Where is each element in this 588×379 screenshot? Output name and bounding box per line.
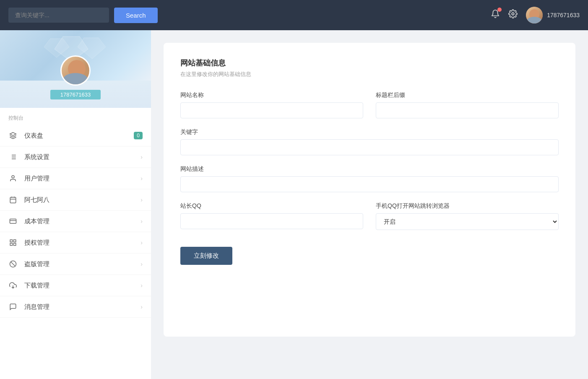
svg-rect-20 xyxy=(14,243,16,246)
sidebar-item-label: 成本管理 xyxy=(24,217,134,225)
site-name-input[interactable] xyxy=(180,102,363,118)
gear-icon xyxy=(508,9,518,21)
title-suffix-input[interactable] xyxy=(376,102,559,118)
form-row-4: 站长QQ 手机QQ打开网站跳转浏览器 开启 关闭 xyxy=(180,202,559,230)
sidebar-item-piracy-management[interactable]: 盗版管理 › xyxy=(0,254,151,275)
chevron-right-icon: › xyxy=(140,261,143,267)
description-label: 网站描述 xyxy=(180,165,559,173)
svg-point-0 xyxy=(512,13,514,15)
sidebar-item-label: 仪表盘 xyxy=(24,132,127,140)
list-icon xyxy=(8,152,18,162)
webmaster-qq-input[interactable] xyxy=(180,213,363,229)
sidebar-section-label: 控制台 xyxy=(0,108,151,125)
chevron-right-icon: › xyxy=(140,282,143,289)
chevron-right-icon: › xyxy=(140,154,143,160)
nav-badge-dashboard: 0 xyxy=(134,132,143,139)
form-group-description: 网站描述 xyxy=(180,165,559,192)
form-group-mobile-qq: 手机QQ打开网站跳转浏览器 开启 关闭 xyxy=(376,202,559,230)
notification-button[interactable] xyxy=(491,9,500,21)
sidebar-item-a7a8[interactable]: 阿七阿八 › xyxy=(0,189,151,211)
svg-point-10 xyxy=(12,175,14,178)
main-content: 网站基础信息 在这里修改你的网站基础信息 网站名称 标题栏后缀 关键字 xyxy=(151,30,588,379)
cost-icon xyxy=(8,217,18,226)
download-icon xyxy=(8,281,18,290)
svg-line-22 xyxy=(11,262,16,267)
sidebar-profile: 1787671633 xyxy=(0,30,151,108)
form-row-3: 网站描述 xyxy=(180,165,559,192)
sidebar-item-system-settings[interactable]: 系统设置 › xyxy=(0,146,151,168)
card-subtitle: 在这里修改你的网站基础信息 xyxy=(180,71,559,78)
sidebar-item-label: 消息管理 xyxy=(24,303,134,311)
search-input[interactable] xyxy=(8,8,109,23)
chevron-right-icon: › xyxy=(140,196,143,203)
submit-button[interactable]: 立刻修改 xyxy=(180,247,232,265)
form-row-2: 关键字 xyxy=(180,128,559,155)
chevron-right-icon: › xyxy=(140,239,143,246)
sidebar-item-label: 授权管理 xyxy=(24,239,134,247)
card-title: 网站基础信息 xyxy=(180,58,559,68)
avatar-body-large xyxy=(63,73,88,86)
mobile-qq-label: 手机QQ打开网站跳转浏览器 xyxy=(376,202,559,210)
sidebar-item-label: 盗版管理 xyxy=(24,260,134,268)
svg-rect-17 xyxy=(10,240,12,242)
keyword-label: 关键字 xyxy=(180,128,559,136)
svg-rect-11 xyxy=(10,197,16,203)
search-button[interactable]: Search xyxy=(114,8,158,23)
sidebar-item-auth-management[interactable]: 授权管理 › xyxy=(0,232,151,254)
mobile-qq-select[interactable]: 开启 关闭 xyxy=(376,213,559,230)
form-group-site-name: 网站名称 xyxy=(180,91,363,118)
sidebar-item-label: 系统设置 xyxy=(24,153,134,161)
form-group-keyword: 关键字 xyxy=(180,128,559,155)
chevron-right-icon: › xyxy=(140,175,143,182)
avatar-body xyxy=(527,17,542,24)
sidebar: 1787671633 控制台 仪表盘 0 系统设置 › 用户管理 › xyxy=(0,30,151,379)
sidebar-item-dashboard[interactable]: 仪表盘 0 xyxy=(0,125,151,146)
sidebar-item-cost-management[interactable]: 成本管理 › xyxy=(0,211,151,232)
sidebar-avatar xyxy=(60,55,91,86)
content-card: 网站基础信息 在这里修改你的网站基础信息 网站名称 标题栏后缀 关键字 xyxy=(164,43,575,337)
header-username: 1787671633 xyxy=(547,12,580,18)
avatar xyxy=(526,7,543,24)
user-icon xyxy=(8,174,18,183)
sidebar-username-bar: 1787671633 xyxy=(50,90,101,99)
sidebar-item-more[interactable]: 消息管理 › xyxy=(0,296,151,318)
header: Search xyxy=(0,0,588,30)
sidebar-item-label: 阿七阿八 xyxy=(24,196,134,204)
description-input[interactable] xyxy=(180,176,559,192)
sidebar-item-label: 下载管理 xyxy=(24,282,134,290)
form-group-title-suffix: 标题栏后缀 xyxy=(376,91,559,118)
more-icon xyxy=(8,302,18,311)
sidebar-item-user-management[interactable]: 用户管理 › xyxy=(0,168,151,189)
svg-rect-18 xyxy=(14,240,16,242)
site-name-label: 网站名称 xyxy=(180,91,363,99)
form-group-webmaster-qq: 站长QQ xyxy=(180,202,363,230)
svg-marker-3 xyxy=(78,38,106,59)
keyword-input[interactable] xyxy=(180,139,559,155)
dashboard-icon xyxy=(8,131,18,140)
settings-button[interactable] xyxy=(508,9,518,21)
calendar-icon xyxy=(8,195,18,204)
chevron-right-icon: › xyxy=(140,218,143,225)
header-icons: 1787671633 xyxy=(491,7,580,24)
layout: 1787671633 控制台 仪表盘 0 系统设置 › 用户管理 › xyxy=(0,30,588,379)
block-icon xyxy=(8,259,18,269)
svg-rect-19 xyxy=(10,243,12,246)
svg-rect-15 xyxy=(10,219,16,224)
form-row-1: 网站名称 标题栏后缀 xyxy=(180,91,559,118)
notification-badge xyxy=(497,8,502,12)
header-user[interactable]: 1787671633 xyxy=(526,7,580,24)
webmaster-qq-label: 站长QQ xyxy=(180,202,363,210)
chevron-right-icon: › xyxy=(140,303,143,310)
sidebar-item-download-management[interactable]: 下载管理 › xyxy=(0,275,151,296)
grid-icon xyxy=(8,238,18,247)
sidebar-item-label: 用户管理 xyxy=(24,175,134,183)
title-suffix-label: 标题栏后缀 xyxy=(376,91,559,99)
